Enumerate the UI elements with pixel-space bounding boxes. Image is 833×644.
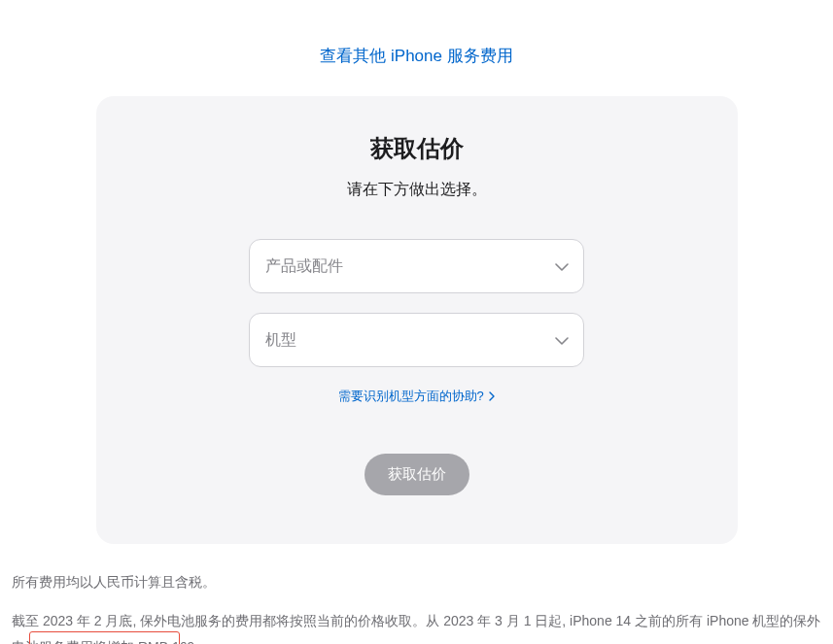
get-estimate-button[interactable]: 获取估价	[364, 454, 469, 495]
submit-wrapper: 获取估价	[135, 454, 699, 495]
identify-model-help-link[interactable]: 需要识别机型方面的协助?	[338, 389, 496, 403]
product-select-placeholder: 产品或配件	[265, 256, 343, 277]
footer-currency-note: 所有费用均以人民币计算且含税。	[12, 571, 823, 593]
footer-text: 所有费用均以人民币计算且含税。 截至 2023 年 2 月底, 保外电池服务的费…	[12, 571, 823, 644]
product-select[interactable]: 产品或配件	[249, 239, 584, 293]
card-subtitle: 请在下方做出选择。	[135, 180, 699, 200]
model-select-wrapper: 机型	[249, 313, 584, 367]
help-link-text: 需要识别机型方面的协助?	[338, 389, 484, 403]
other-services-link[interactable]: 查看其他 iPhone 服务费用	[320, 47, 512, 65]
footer-price-notice: 截至 2023 年 2 月底, 保外电池服务的费用都将按照当前的价格收取。从 2…	[12, 608, 823, 644]
estimate-card: 获取估价 请在下方做出选择。 产品或配件 机型	[96, 96, 738, 544]
product-select-wrapper: 产品或配件	[249, 239, 584, 293]
model-select[interactable]: 机型	[249, 313, 584, 367]
top-link-wrapper: 查看其他 iPhone 服务费用	[10, 0, 823, 96]
chevron-right-icon	[489, 390, 495, 404]
help-link-wrapper: 需要识别机型方面的协助?	[135, 387, 699, 405]
card-title: 获取估价	[135, 133, 699, 164]
model-select-placeholder: 机型	[265, 330, 296, 351]
